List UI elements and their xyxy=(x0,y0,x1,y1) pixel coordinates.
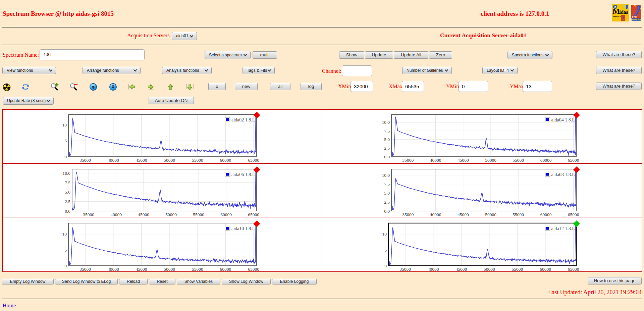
svg-text:65000: 65000 xyxy=(248,267,259,272)
svg-text:0.0: 0.0 xyxy=(384,209,390,214)
svg-text:35000: 35000 xyxy=(399,267,411,272)
svg-text:60000: 60000 xyxy=(540,158,552,163)
svg-text:2.5: 2.5 xyxy=(384,200,390,205)
svg-text:7.5: 7.5 xyxy=(65,180,70,185)
svg-text:aida04 1.8.L: aida04 1.8.L xyxy=(551,117,575,122)
svg-text:50000: 50000 xyxy=(485,158,496,163)
svg-text:60000: 60000 xyxy=(540,267,551,272)
svg-text:40000: 40000 xyxy=(428,267,439,272)
svg-text:5: 5 xyxy=(64,138,67,143)
svg-text:aida08 1.8.L: aida08 1.8.L xyxy=(551,172,575,177)
svg-text:35000: 35000 xyxy=(83,212,94,217)
svg-text:50000: 50000 xyxy=(165,212,177,217)
svg-text:55000: 55000 xyxy=(192,158,203,163)
svg-text:35000: 35000 xyxy=(402,158,414,163)
svg-text:T C L: T C L xyxy=(622,19,624,21)
svg-text:0: 0 xyxy=(384,263,387,268)
svg-text:60000: 60000 xyxy=(540,212,552,217)
svg-text:0.0: 0.0 xyxy=(65,209,70,214)
svg-text:50000: 50000 xyxy=(485,212,496,217)
svg-text:M: M xyxy=(612,7,620,15)
svg-text:45000: 45000 xyxy=(138,212,149,217)
svg-text:aida02 1.8.L: aida02 1.8.L xyxy=(231,117,255,122)
svg-text:60000: 60000 xyxy=(220,212,232,217)
svg-text:50000: 50000 xyxy=(164,158,175,163)
svg-text:5.0: 5.0 xyxy=(384,191,390,196)
svg-text:40000: 40000 xyxy=(108,158,119,163)
svg-text:55000: 55000 xyxy=(513,212,524,217)
svg-text:65000: 65000 xyxy=(248,212,259,217)
svg-text:5: 5 xyxy=(384,248,387,253)
svg-text:55000: 55000 xyxy=(513,158,524,163)
svg-text:10: 10 xyxy=(382,231,387,237)
svg-text:35000: 35000 xyxy=(402,212,414,217)
svg-text:5.0: 5.0 xyxy=(65,190,70,195)
svg-text:65000: 65000 xyxy=(248,158,259,163)
svg-text:0: 0 xyxy=(64,154,67,159)
svg-text:40000: 40000 xyxy=(108,267,119,272)
svg-text:TCL: TCL xyxy=(632,15,638,19)
svg-text:POWERED: POWERED xyxy=(632,19,641,21)
svg-text:powered by: powered by xyxy=(613,15,622,17)
svg-text:55000: 55000 xyxy=(512,267,523,272)
svg-text:35000: 35000 xyxy=(79,158,91,163)
svg-text:5: 5 xyxy=(64,248,67,253)
svg-text:65000: 65000 xyxy=(568,212,579,217)
svg-text:45000: 45000 xyxy=(136,267,147,272)
svg-text:0: 0 xyxy=(64,263,67,268)
svg-text:65000: 65000 xyxy=(568,158,579,163)
svg-text:10.0: 10.0 xyxy=(382,120,390,125)
svg-text:55000: 55000 xyxy=(192,267,203,272)
svg-text:45000: 45000 xyxy=(455,267,467,272)
svg-text:35000: 35000 xyxy=(79,267,91,272)
svg-text:10.0: 10.0 xyxy=(382,173,390,178)
svg-text:idas: idas xyxy=(620,9,628,15)
svg-text:10: 10 xyxy=(62,122,67,127)
svg-text:60000: 60000 xyxy=(220,158,231,163)
svg-text:65000: 65000 xyxy=(568,267,579,272)
svg-text:40000: 40000 xyxy=(430,158,441,163)
svg-text:0.0: 0.0 xyxy=(384,154,390,159)
svg-text:55000: 55000 xyxy=(193,212,204,217)
svg-text:50000: 50000 xyxy=(484,267,495,272)
svg-text:60000: 60000 xyxy=(220,267,231,272)
svg-text:10: 10 xyxy=(62,231,67,237)
svg-text:aida10 1.8.L: aida10 1.8.L xyxy=(231,226,255,231)
svg-text:7.5: 7.5 xyxy=(384,128,390,134)
svg-text:40000: 40000 xyxy=(110,212,122,217)
svg-text:aida12 1.8.L: aida12 1.8.L xyxy=(551,226,575,231)
svg-text:45000: 45000 xyxy=(458,158,469,163)
svg-text:45000: 45000 xyxy=(458,212,469,217)
svg-text:40000: 40000 xyxy=(430,212,441,217)
svg-text:aida06 1.8.L: aida06 1.8.L xyxy=(231,172,255,177)
svg-text:5.0: 5.0 xyxy=(384,137,390,142)
svg-text:10.0: 10.0 xyxy=(62,171,70,176)
svg-text:45000: 45000 xyxy=(136,158,147,163)
svg-text:50000: 50000 xyxy=(164,267,175,272)
svg-text:2.5: 2.5 xyxy=(384,146,390,151)
svg-text:2.5: 2.5 xyxy=(65,199,70,204)
svg-text:7.5: 7.5 xyxy=(384,182,390,187)
